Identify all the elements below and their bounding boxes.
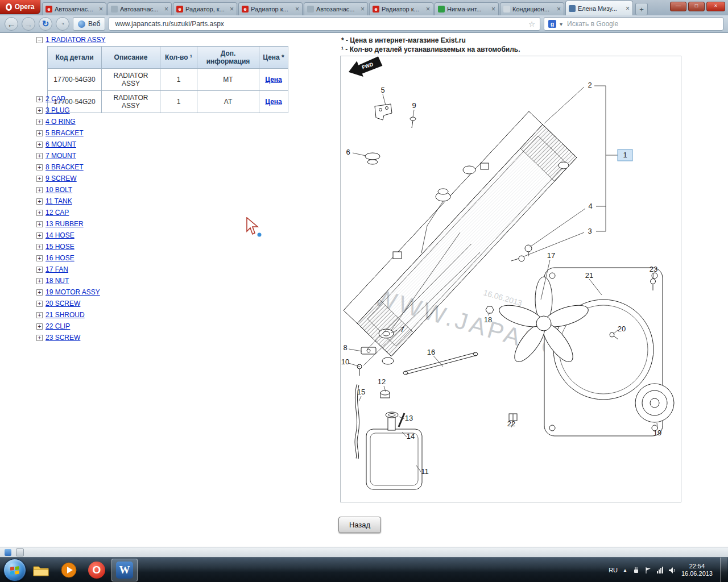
expand-icon[interactable]: + <box>36 210 43 216</box>
tree-item-link[interactable]: 11 TANK <box>46 197 72 205</box>
start-button[interactable] <box>3 559 26 581</box>
diagram-callout: 7 <box>400 325 404 334</box>
expand-icon[interactable]: + <box>36 301 43 307</box>
expand-icon[interactable]: + <box>36 278 43 284</box>
tab-favicon-icon: e <box>242 6 249 13</box>
tab-close-icon[interactable]: × <box>295 6 299 13</box>
browser-tab[interactable]: eРадиатор к...× <box>369 2 433 15</box>
expand-icon[interactable]: + <box>36 176 43 182</box>
tree-item-link[interactable]: 10 BOLT <box>46 186 72 194</box>
turbo-icon[interactable]: ◔ <box>56 17 69 31</box>
tree-item-link[interactable]: 14 HOSE <box>46 231 75 239</box>
expand-icon[interactable]: + <box>36 107 43 114</box>
expand-icon[interactable]: + <box>36 221 43 227</box>
taskbar-item-opera[interactable]: O <box>84 559 110 581</box>
tree-root-link[interactable]: 1 RADIATOR ASSY <box>46 36 106 44</box>
info-cell: MT <box>197 69 259 91</box>
tab-close-icon[interactable]: × <box>361 6 365 13</box>
expand-icon[interactable]: + <box>36 142 43 148</box>
search-engine-dropdown-icon[interactable]: ▾ <box>560 21 562 27</box>
browser-tab[interactable]: eРадиатор, к...× <box>173 2 237 15</box>
opera-menu-button[interactable]: Opera <box>0 0 40 14</box>
taskbar-item-media-player[interactable] <box>56 559 82 581</box>
tree-item-link[interactable]: 9 SCREW <box>46 174 77 182</box>
tree-item-link[interactable]: 16 HOSE <box>46 254 75 262</box>
show-desktop-button[interactable] <box>720 558 727 582</box>
taskbar-clock[interactable]: 22:54 16.06.2013 <box>681 563 713 577</box>
tree-item-link[interactable]: 5 BRACKET <box>46 129 84 137</box>
network-icon[interactable] <box>657 567 663 573</box>
back-button[interactable]: ← <box>5 17 18 31</box>
browser-tab[interactable]: eАвтозапчас...× <box>42 2 106 15</box>
browser-tab[interactable]: Нигма-инт...× <box>435 2 499 15</box>
language-indicator[interactable]: RU <box>609 567 618 573</box>
tab-close-icon[interactable]: × <box>426 6 430 13</box>
bookmark-star-icon[interactable]: ☆ <box>528 20 535 28</box>
reload-button[interactable]: ↻ <box>39 17 52 31</box>
back-page-button[interactable]: Назад <box>338 517 381 533</box>
tab-close-icon[interactable]: × <box>491 6 495 13</box>
price-link[interactable]: Цена <box>265 98 282 106</box>
tab-close-icon[interactable]: × <box>557 6 561 13</box>
browser-tab[interactable]: eРадиатор к...× <box>238 2 303 15</box>
expand-icon[interactable]: + <box>36 187 43 193</box>
expand-icon[interactable]: + <box>36 267 43 273</box>
tree-item-link[interactable]: 19 MOTOR ASSY <box>46 288 100 296</box>
tree-item-link[interactable]: 15 HOSE <box>46 243 75 251</box>
expand-icon[interactable]: + <box>36 96 43 102</box>
expand-icon[interactable]: + <box>36 335 43 341</box>
tree-item-link[interactable]: 3 PLUG <box>46 106 70 114</box>
expand-icon[interactable]: + <box>36 164 43 171</box>
new-tab-button[interactable]: + <box>635 3 648 15</box>
expand-icon[interactable]: + <box>36 255 43 261</box>
expand-icon[interactable]: + <box>36 289 43 296</box>
tree-item-link[interactable]: 17 FAN <box>46 265 68 273</box>
tab-close-icon[interactable]: × <box>99 6 103 13</box>
tree-item-link[interactable]: 20 SCREW <box>46 300 80 307</box>
tree-item-link[interactable]: 22 CLIP <box>46 322 70 330</box>
browser-tab[interactable]: Автозапчас...× <box>107 2 172 15</box>
close-button[interactable]: × <box>706 2 725 11</box>
tree-item-link[interactable]: 23 SCREW <box>46 334 80 342</box>
tree-item-link[interactable]: 12 CAP <box>46 209 69 217</box>
volume-icon[interactable] <box>668 567 676 574</box>
expand-icon[interactable]: + <box>36 153 43 159</box>
power-plug-icon[interactable] <box>632 567 640 574</box>
toolbar-shortcut-icon[interactable] <box>5 549 11 556</box>
browser-tab[interactable]: Автозапчас...× <box>304 2 368 15</box>
browser-tab[interactable]: Елена Мизу...× <box>565 1 633 15</box>
tree-item-link[interactable]: 8 BRACKET <box>46 163 84 171</box>
taskbar-item-word[interactable]: W <box>111 559 138 581</box>
expand-icon[interactable]: + <box>36 198 43 205</box>
expand-icon[interactable]: + <box>36 232 43 239</box>
browser-tab[interactable]: Кондицион...× <box>500 2 564 15</box>
tree-item-link[interactable]: 4 O RING <box>46 118 76 126</box>
expand-icon[interactable]: + <box>36 130 43 136</box>
expand-icon[interactable]: + <box>36 244 43 250</box>
toolbar-window-icon[interactable] <box>16 548 24 556</box>
tree-item-link[interactable]: 6 MOUNT <box>46 140 76 148</box>
url-input[interactable] <box>114 19 525 28</box>
hidden-icons-button[interactable]: ▲ <box>623 568 627 573</box>
tree-item-link[interactable]: 7 MOUNT <box>46 152 76 160</box>
taskbar-item-explorer[interactable] <box>28 559 54 581</box>
maximize-button[interactable]: □ <box>688 2 705 11</box>
tree-item-link[interactable]: 21 SHROUD <box>46 311 85 319</box>
tree-item-link[interactable]: 13 RUBBER <box>46 220 84 228</box>
expand-icon[interactable]: + <box>36 119 43 125</box>
collapse-icon[interactable]: − <box>36 37 43 43</box>
expand-icon[interactable]: + <box>36 323 43 330</box>
expand-icon[interactable]: + <box>36 312 43 318</box>
tab-close-icon[interactable]: × <box>164 6 168 13</box>
tab-close-icon[interactable]: × <box>626 5 630 12</box>
minimize-button[interactable]: — <box>670 2 686 11</box>
tree-item-link[interactable]: 18 NUT <box>46 277 69 285</box>
tree-item-link[interactable]: 2 CAP <box>46 95 65 103</box>
action-center-flag-icon[interactable] <box>645 567 652 574</box>
search-input[interactable] <box>566 19 719 28</box>
system-tray: RU ▲ 22:54 16.06.2013 <box>609 558 728 582</box>
tab-close-icon[interactable]: × <box>230 6 234 13</box>
web-panel-button[interactable]: Веб <box>73 17 105 31</box>
forward-button[interactable]: → <box>22 17 35 31</box>
price-link[interactable]: Цена <box>265 76 282 84</box>
